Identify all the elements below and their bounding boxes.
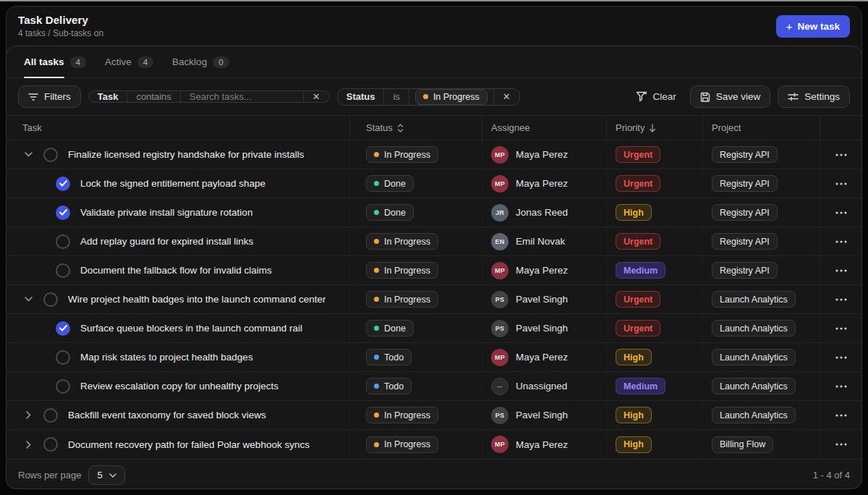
assignee-cell[interactable]: MP Maya Perez (482, 169, 607, 198)
table-row[interactable]: Document recovery path for failed Polar … (7, 430, 861, 459)
assignee-cell[interactable]: PS Pavel Singh (482, 314, 607, 342)
priority-badge[interactable]: High (616, 407, 652, 423)
task-checkbox-unchecked[interactable] (56, 263, 70, 278)
table-row[interactable]: Wire project health badges into the laun… (7, 285, 861, 314)
table-row[interactable]: Add replay guard for expired install lin… (7, 227, 861, 256)
assignee-cell[interactable]: -- Unassigned (482, 372, 607, 400)
row-menu-button[interactable] (835, 356, 847, 359)
project-badge[interactable]: Registry API (712, 262, 778, 279)
row-menu-button[interactable] (835, 443, 847, 446)
tab-all-tasks[interactable]: All tasks 4 (24, 46, 86, 77)
row-menu-button[interactable] (835, 385, 847, 388)
status-badge[interactable]: Todo (366, 349, 412, 365)
priority-badge[interactable]: Urgent (616, 233, 660, 250)
task-checkbox-unchecked[interactable] (43, 292, 58, 307)
status-badge[interactable]: Done (366, 204, 414, 221)
row-menu-button[interactable] (835, 327, 847, 330)
filters-button[interactable]: Filters (18, 85, 81, 108)
row-menu-button[interactable] (835, 240, 847, 243)
assignee-cell[interactable]: MP Maya Perez (482, 343, 607, 371)
project-badge[interactable]: Launch Analytics (712, 349, 796, 365)
priority-badge[interactable]: Medium (616, 378, 665, 394)
table-row[interactable]: Surface queue blockers in the launch com… (7, 314, 861, 343)
status-badge[interactable]: In Progress (366, 291, 438, 308)
save-view-button[interactable]: Save view (690, 85, 771, 108)
task-checkbox-checked[interactable] (56, 206, 70, 220)
project-badge[interactable]: Launch Analytics (712, 291, 796, 308)
search-tasks-input[interactable]: Search tasks... (180, 91, 303, 102)
table-row[interactable]: Map risk states to project health badges… (7, 343, 861, 372)
table-row[interactable]: Document the fallback flow for invalid c… (7, 256, 861, 285)
assignee-cell[interactable]: JR Jonas Reed (482, 198, 607, 227)
assignee-cell[interactable]: MP Maya Perez (482, 430, 607, 459)
status-badge[interactable]: In Progress (366, 407, 438, 423)
project-badge[interactable]: Registry API (712, 146, 778, 163)
status-badge[interactable]: Done (366, 320, 414, 337)
project-badge[interactable]: Registry API (712, 233, 778, 250)
status-badge[interactable]: In Progress (366, 262, 438, 279)
table-row[interactable]: Lock the signed entitlement payload shap… (7, 169, 861, 198)
priority-badge[interactable]: High (616, 436, 652, 453)
task-checkbox-unchecked[interactable] (43, 437, 58, 452)
assignee-cell[interactable]: MP Maya Perez (482, 256, 607, 284)
status-badge[interactable]: Todo (366, 378, 412, 394)
project-badge[interactable]: Registry API (712, 204, 778, 221)
chevron-down-icon[interactable] (22, 149, 34, 161)
column-header-task[interactable]: Task (7, 116, 350, 140)
project-badge[interactable]: Registry API (712, 175, 778, 192)
assignee-cell[interactable]: EN Emil Novak (482, 227, 607, 255)
tab-active[interactable]: Active 4 (105, 46, 153, 77)
new-task-button[interactable]: + New task (776, 15, 850, 38)
task-filter-operator[interactable]: contains (127, 91, 179, 102)
priority-badge[interactable]: Urgent (616, 146, 660, 163)
column-header-project[interactable]: Project (703, 116, 820, 140)
assignee-cell[interactable]: MP Maya Perez (482, 140, 607, 169)
status-filter-close-icon[interactable]: ✕ (493, 89, 519, 105)
task-checkbox-checked[interactable] (56, 321, 70, 336)
status-badge[interactable]: Done (366, 175, 414, 192)
status-badge[interactable]: In Progress (366, 146, 438, 163)
status-badge[interactable]: In Progress (366, 436, 438, 453)
task-checkbox-unchecked[interactable] (56, 234, 70, 249)
table-row[interactable]: Backfill event taxonomy for saved block … (7, 401, 861, 430)
settings-button[interactable]: Settings (778, 85, 850, 108)
table-row[interactable]: Validate private install signature rotat… (7, 198, 861, 227)
project-badge[interactable]: Billing Flow (712, 436, 773, 453)
priority-badge[interactable]: Urgent (616, 175, 660, 192)
status-badge[interactable]: In Progress (366, 233, 438, 250)
column-header-status[interactable]: Status (350, 116, 482, 140)
task-checkbox-unchecked[interactable] (43, 408, 58, 423)
assignee-cell[interactable]: PS Pavel Singh (482, 285, 607, 313)
status-filter-value[interactable]: In Progress (409, 89, 493, 105)
assignee-cell[interactable]: PS Pavel Singh (482, 401, 607, 429)
row-menu-button[interactable] (835, 153, 847, 156)
task-checkbox-unchecked[interactable] (56, 350, 70, 365)
status-filter-field[interactable]: Status (338, 89, 384, 105)
table-row[interactable]: Review escalation copy for unhealthy pro… (7, 372, 861, 401)
priority-badge[interactable]: Urgent (616, 320, 660, 337)
task-filter-close-icon[interactable]: ✕ (303, 91, 329, 102)
task-filter-field[interactable]: Task (89, 91, 127, 102)
row-menu-button[interactable] (835, 269, 847, 272)
task-checkbox-unchecked[interactable] (43, 148, 58, 162)
priority-badge[interactable]: Medium (616, 262, 665, 279)
chevron-down-icon[interactable] (22, 294, 34, 305)
row-menu-button[interactable] (835, 298, 847, 301)
project-badge[interactable]: Launch Analytics (712, 320, 796, 337)
priority-badge[interactable]: Urgent (616, 291, 660, 308)
chevron-right-icon[interactable] (22, 439, 34, 450)
priority-badge[interactable]: High (616, 349, 652, 365)
tab-backlog[interactable]: Backlog 0 (172, 46, 229, 77)
project-badge[interactable]: Launch Analytics (712, 407, 796, 423)
table-row[interactable]: Finalize licensed registry handshake for… (7, 140, 861, 169)
clear-filters-button[interactable]: Clear (629, 86, 682, 107)
row-menu-button[interactable] (835, 414, 847, 417)
row-menu-button[interactable] (835, 211, 847, 214)
row-menu-button[interactable] (835, 182, 847, 185)
column-header-assignee[interactable]: Assignee (482, 116, 607, 140)
task-checkbox-unchecked[interactable] (56, 379, 70, 394)
task-checkbox-checked[interactable] (56, 177, 70, 191)
column-header-priority[interactable]: Priority (607, 116, 703, 140)
priority-badge[interactable]: High (616, 204, 652, 221)
rows-per-page-select[interactable]: 5 (88, 465, 124, 485)
